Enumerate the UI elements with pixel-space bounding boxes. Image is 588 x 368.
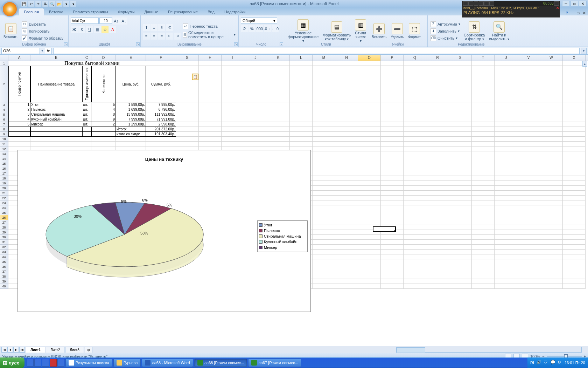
cell-U5[interactable] <box>495 112 517 117</box>
cell-O33[interactable] <box>358 250 381 254</box>
cell-X5[interactable] <box>563 112 586 117</box>
cell-U39[interactable] <box>495 279 517 284</box>
tab-insert[interactable]: Вставка <box>44 8 68 15</box>
cell-V12[interactable] <box>517 146 540 151</box>
cell-Q40[interactable] <box>404 284 426 289</box>
cell-P4[interactable] <box>381 107 404 112</box>
cell-Q24[interactable] <box>404 205 426 210</box>
cell-P24[interactable] <box>381 205 404 210</box>
cell-F2[interactable]: Сумма, руб. <box>146 66 176 102</box>
cell-H6[interactable] <box>199 117 222 122</box>
cell-W29[interactable] <box>540 230 563 235</box>
cell-P8[interactable] <box>381 127 404 132</box>
cell-P28[interactable] <box>381 225 404 230</box>
cell-R17[interactable] <box>426 171 449 176</box>
cell-S36[interactable] <box>449 264 472 269</box>
cell-H8[interactable] <box>199 127 222 132</box>
cell-T5[interactable] <box>472 112 495 117</box>
cell-P33[interactable] <box>381 250 404 254</box>
cell-T31[interactable] <box>472 240 495 245</box>
cell-P37[interactable] <box>381 269 404 274</box>
cell-P31[interactable] <box>381 240 404 245</box>
cell-V23[interactable] <box>517 200 540 205</box>
cell-M2[interactable] <box>313 66 335 102</box>
cell-P30[interactable] <box>381 235 404 240</box>
cell-O17[interactable] <box>358 171 381 176</box>
cell-T36[interactable] <box>472 264 495 269</box>
cell-P3[interactable] <box>381 102 404 107</box>
cell-U18[interactable] <box>495 176 517 181</box>
cell-P7[interactable] <box>381 122 404 127</box>
cell-G8[interactable] <box>176 127 199 132</box>
row-header-35[interactable]: 35 <box>0 259 8 264</box>
cell-M36[interactable] <box>313 264 335 269</box>
cell-D9[interactable] <box>91 132 116 137</box>
cell-M3[interactable] <box>313 102 335 107</box>
cell-P10[interactable] <box>381 137 404 142</box>
cell-T34[interactable] <box>472 254 495 259</box>
cell-U40[interactable] <box>495 284 517 289</box>
help-icon[interactable]: ? <box>566 11 568 15</box>
cell-R22[interactable] <box>426 196 449 200</box>
cell-O25[interactable] <box>358 210 381 215</box>
cell-H1[interactable] <box>199 61 222 66</box>
cell-X36[interactable] <box>563 264 586 269</box>
cell-R39[interactable] <box>426 279 449 284</box>
taskbar-btn-excel68[interactable]: ла68 [Режим совмес... <box>194 359 247 367</box>
cell-A11[interactable] <box>8 142 30 146</box>
cell-M19[interactable] <box>313 181 335 186</box>
cell-R34[interactable] <box>426 254 449 259</box>
cell-R18[interactable] <box>426 176 449 181</box>
cell-T23[interactable] <box>472 200 495 205</box>
cell-Q14[interactable] <box>404 156 426 161</box>
cell-F5[interactable]: 111 992,00р. <box>146 112 176 117</box>
cell-S31[interactable] <box>449 240 472 245</box>
cell-styles-button[interactable]: ▥Стилиячеек ▾ <box>354 16 368 46</box>
align-center-icon[interactable]: ≡ <box>150 33 158 40</box>
cell-V9[interactable] <box>517 132 540 137</box>
cell-Q36[interactable] <box>404 264 426 269</box>
cell-O18[interactable] <box>358 176 381 181</box>
cell-M12[interactable] <box>313 146 335 151</box>
cell-R12[interactable] <box>426 146 449 151</box>
row-header-17[interactable]: 17 <box>0 171 8 176</box>
cell-N35[interactable] <box>335 259 358 264</box>
cell-K3[interactable] <box>267 102 290 107</box>
cell-W13[interactable] <box>540 151 563 156</box>
cell-W27[interactable] <box>540 220 563 225</box>
row-header-25[interactable]: 25 <box>0 210 8 215</box>
cell-S19[interactable] <box>449 181 472 186</box>
cell-U10[interactable] <box>495 137 517 142</box>
cell-T38[interactable] <box>472 274 495 279</box>
cell-R23[interactable] <box>426 200 449 205</box>
cell-I3[interactable] <box>222 102 244 107</box>
cell-E9[interactable]: итого со скидк <box>116 132 146 137</box>
cell-W5[interactable] <box>540 112 563 117</box>
tab-formulas[interactable]: Формулы <box>113 8 140 15</box>
align-launcher[interactable]: ↘ <box>234 42 238 46</box>
row-header-22[interactable]: 22 <box>0 196 8 200</box>
cell-J5[interactable] <box>244 112 267 117</box>
cell-T8[interactable] <box>472 127 495 132</box>
cell-X2[interactable] <box>563 66 586 102</box>
cell-B8[interactable] <box>30 127 82 132</box>
col-header-P[interactable]: P <box>381 55 404 61</box>
cell-O6[interactable] <box>358 117 381 122</box>
col-header-X[interactable]: X <box>563 55 586 61</box>
cell-G3[interactable] <box>176 102 199 107</box>
cell-P32[interactable] <box>381 245 404 250</box>
cell-X7[interactable] <box>563 122 586 127</box>
cell-A7[interactable]: 5 <box>8 122 30 127</box>
cell-P39[interactable] <box>381 279 404 284</box>
cell-W9[interactable] <box>540 132 563 137</box>
cell-L10[interactable] <box>290 137 313 142</box>
cell-U30[interactable] <box>495 235 517 240</box>
cell-Q25[interactable] <box>404 210 426 215</box>
cell-S29[interactable] <box>449 230 472 235</box>
cell-M30[interactable] <box>313 235 335 240</box>
cell-E3[interactable]: 1 599,00р. <box>116 102 146 107</box>
cell-N21[interactable] <box>335 191 358 196</box>
cell-T28[interactable] <box>472 225 495 230</box>
cell-J7[interactable] <box>244 122 267 127</box>
cell-U4[interactable] <box>495 107 517 112</box>
